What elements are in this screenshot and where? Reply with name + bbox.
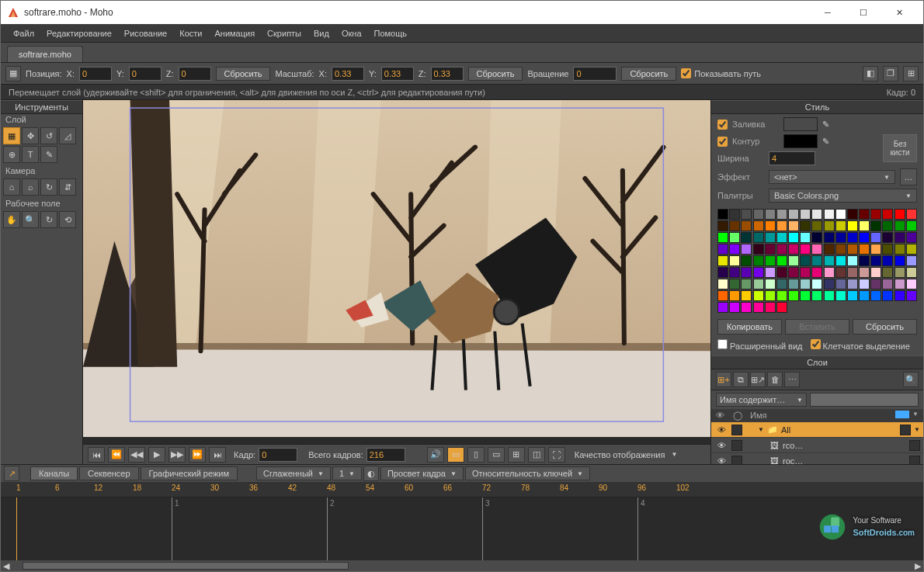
visibility-icon[interactable]: 👁: [714, 425, 728, 435]
palette-swatch[interactable]: [882, 244, 893, 255]
palette-swatch[interactable]: [800, 209, 811, 220]
view-opt-2[interactable]: ◫: [528, 447, 545, 463]
palette-swatch[interactable]: [741, 279, 752, 289]
palette-swatch[interactable]: [882, 267, 893, 278]
menu-help[interactable]: Помощь: [368, 26, 414, 40]
palette-swatch[interactable]: [835, 279, 846, 289]
interp-range[interactable]: 1▼: [332, 466, 362, 480]
palette-swatch[interactable]: [811, 209, 822, 220]
palette-swatch[interactable]: [776, 290, 787, 301]
menu-draw[interactable]: Рисование: [118, 26, 173, 40]
interp-select[interactable]: Сглаженный▼: [256, 466, 331, 480]
palette-swatch[interactable]: [824, 267, 835, 278]
layer-row[interactable]: 👁 🖼 rco…: [711, 438, 923, 453]
paste-style-button[interactable]: Вставить: [785, 319, 849, 335]
palette-swatch[interactable]: [717, 220, 728, 231]
palette-swatch[interactable]: [824, 232, 835, 243]
palette-swatch[interactable]: [729, 209, 740, 220]
palette-swatch[interactable]: [753, 255, 764, 266]
prev-frame-button[interactable]: ◀◀: [128, 447, 145, 463]
palette-swatch[interactable]: [894, 209, 905, 220]
palette-swatch[interactable]: [741, 244, 752, 255]
scale-z-input[interactable]: [431, 67, 464, 81]
view-mode-1[interactable]: ▭: [447, 447, 464, 463]
palette-swatch[interactable]: [788, 232, 799, 243]
next-key-button[interactable]: ⏩: [189, 447, 206, 463]
timeline-tracks[interactable]: 1234: [1, 497, 923, 560]
palette-swatch[interactable]: [717, 279, 728, 289]
palette-swatch[interactable]: [800, 220, 811, 231]
palette-select[interactable]: Basic Colors.png▼: [769, 189, 917, 203]
palette-swatch[interactable]: [800, 267, 811, 278]
minimize-button[interactable]: ─: [810, 1, 846, 24]
palette-swatch[interactable]: [835, 255, 846, 266]
palette-swatch[interactable]: [882, 255, 893, 266]
palette-swatch[interactable]: [894, 279, 905, 289]
palette-swatch[interactable]: [811, 267, 822, 278]
palette-swatch[interactable]: [753, 267, 764, 278]
palette-swatch[interactable]: [729, 267, 740, 278]
palette-swatch[interactable]: [859, 209, 870, 220]
palette-swatch[interactable]: [800, 290, 811, 301]
move-tool[interactable]: ✥: [22, 127, 39, 144]
palette-swatch[interactable]: [776, 267, 787, 278]
palette-swatch[interactable]: [882, 209, 893, 220]
layer-color-swatch[interactable]: [731, 440, 742, 451]
visibility-icon[interactable]: 👁: [714, 441, 728, 450]
palette-swatch[interactable]: [894, 290, 905, 301]
view-mode-3[interactable]: ▭: [488, 447, 505, 463]
palette-swatch[interactable]: [835, 232, 846, 243]
palette-swatch[interactable]: [741, 290, 752, 301]
palette-swatch[interactable]: [765, 302, 776, 313]
palette-swatch[interactable]: [717, 290, 728, 301]
eyedropper-tool[interactable]: ✎: [40, 146, 57, 163]
palette-swatch[interactable]: [788, 209, 799, 220]
total-frames-input[interactable]: [366, 448, 405, 462]
opt-icon-1[interactable]: ◧: [863, 66, 878, 81]
effect-select[interactable]: <нет>▼: [769, 170, 895, 184]
text-tool[interactable]: T: [22, 146, 39, 163]
palette-swatch[interactable]: [906, 220, 917, 231]
palette-swatch[interactable]: [800, 232, 811, 243]
palette-swatch[interactable]: [859, 255, 870, 266]
palette-swatch[interactable]: [835, 244, 846, 255]
new-layer-button[interactable]: ⊞+: [716, 372, 731, 387]
palette-swatch[interactable]: [776, 255, 787, 266]
palette-swatch[interactable]: [894, 244, 905, 255]
palette-swatch[interactable]: [717, 267, 728, 278]
first-frame-button[interactable]: ⏮: [88, 447, 105, 463]
palette-swatch[interactable]: [906, 290, 917, 301]
tab-channels[interactable]: Каналы: [30, 466, 78, 480]
rotation-input[interactable]: [573, 67, 617, 81]
current-frame-input[interactable]: [259, 448, 297, 462]
scale-x-input[interactable]: [332, 67, 364, 81]
stroke-checkbox[interactable]: [717, 137, 728, 147]
layer-search-button[interactable]: 🔍: [903, 372, 919, 387]
stroke-width-input[interactable]: [769, 151, 815, 165]
palette-swatch[interactable]: [835, 290, 846, 301]
view-opt-1[interactable]: ⊞: [508, 447, 525, 463]
palette-swatch[interactable]: [776, 302, 787, 313]
view-mode-2[interactable]: ▯: [467, 447, 485, 463]
palette-swatch[interactable]: [788, 290, 799, 301]
palette-swatch[interactable]: [729, 220, 740, 231]
palette-swatch[interactable]: [776, 220, 787, 231]
palette-swatch[interactable]: [870, 279, 881, 289]
palette-swatch[interactable]: [753, 244, 764, 255]
layer-color-swatch[interactable]: [731, 456, 742, 465]
show-path-checkbox[interactable]: [681, 68, 691, 78]
palette-swatch[interactable]: [776, 244, 787, 255]
palette-swatch[interactable]: [741, 302, 752, 313]
prev-key-button[interactable]: ⏪: [108, 447, 125, 463]
menu-bones[interactable]: Кости: [173, 26, 208, 40]
palette-swatch[interactable]: [765, 255, 776, 266]
palette-swatch[interactable]: [906, 267, 917, 278]
timeline-scrollbar[interactable]: ◀ ▶: [1, 560, 923, 571]
palette-swatch[interactable]: [824, 244, 835, 255]
viewport[interactable]: [83, 100, 710, 444]
palette-swatch[interactable]: [729, 232, 740, 243]
checker-checkbox[interactable]: [811, 339, 821, 349]
palette-swatch[interactable]: [906, 209, 917, 220]
palette-swatch[interactable]: [824, 255, 835, 266]
palette-swatch[interactable]: [776, 279, 787, 289]
